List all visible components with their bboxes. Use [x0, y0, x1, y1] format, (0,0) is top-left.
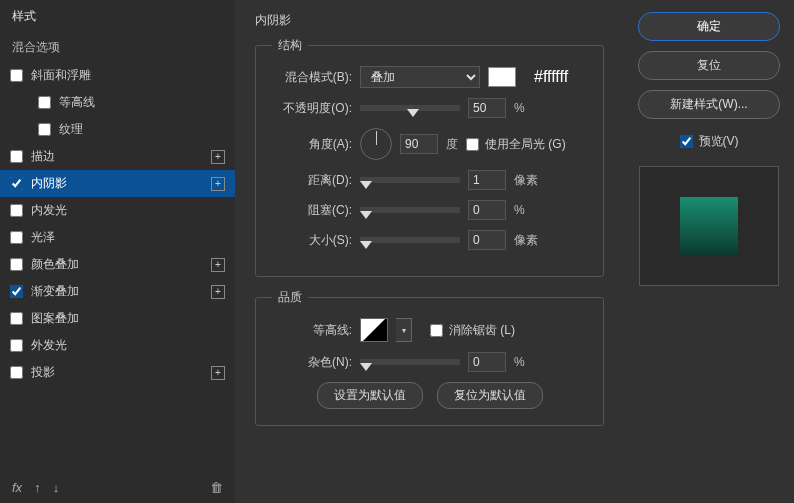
distance-label: 距离(D):	[272, 172, 352, 189]
plus-icon[interactable]: +	[211, 177, 225, 191]
angle-label: 角度(A):	[272, 136, 352, 153]
style-item-label: 内阴影	[31, 175, 211, 192]
size-input[interactable]	[468, 230, 506, 250]
global-light-checkbox[interactable]: 使用全局光 (G)	[466, 136, 566, 153]
distance-input[interactable]	[468, 170, 506, 190]
trash-icon[interactable]: 🗑	[210, 480, 223, 495]
choke-label: 阻塞(C):	[272, 202, 352, 219]
preview-swatch	[680, 197, 738, 255]
plus-icon[interactable]: +	[211, 150, 225, 164]
style-item-1[interactable]: 等高线	[0, 89, 235, 116]
content-panel: 内阴影 结构 混合模式(B): 叠加 #ffffff 不透明度(O): % 角度…	[235, 0, 624, 503]
choke-slider[interactable]	[360, 207, 460, 213]
style-checkbox[interactable]	[10, 258, 23, 271]
noise-input[interactable]	[468, 352, 506, 372]
size-slider[interactable]	[360, 237, 460, 243]
style-checkbox[interactable]	[10, 204, 23, 217]
preview-checkbox[interactable]: 预览(V)	[638, 133, 780, 150]
noise-slider[interactable]	[360, 359, 460, 365]
opacity-slider[interactable]	[360, 105, 460, 111]
size-unit: 像素	[514, 232, 538, 249]
color-hex-label: #ffffff	[534, 68, 568, 86]
angle-input[interactable]	[400, 134, 438, 154]
plus-icon[interactable]: +	[211, 366, 225, 380]
opacity-input[interactable]	[468, 98, 506, 118]
angle-dial[interactable]	[360, 128, 392, 160]
sidebar-subtitle[interactable]: 混合选项	[0, 33, 235, 62]
fx-icon[interactable]: fx	[12, 480, 22, 495]
noise-unit: %	[514, 355, 525, 369]
structure-legend: 结构	[272, 37, 308, 54]
structure-group: 结构 混合模式(B): 叠加 #ffffff 不透明度(O): % 角度(A):…	[255, 37, 604, 277]
style-item-7[interactable]: 颜色叠加+	[0, 251, 235, 278]
choke-input[interactable]	[468, 200, 506, 220]
choke-unit: %	[514, 203, 525, 217]
plus-icon[interactable]: +	[211, 285, 225, 299]
style-item-label: 图案叠加	[31, 310, 225, 327]
style-item-2[interactable]: 纹理	[0, 116, 235, 143]
antialias-label: 消除锯齿 (L)	[449, 322, 515, 339]
antialias-input[interactable]	[430, 324, 443, 337]
noise-label: 杂色(N):	[272, 354, 352, 371]
style-item-label: 渐变叠加	[31, 283, 211, 300]
style-item-label: 外发光	[31, 337, 225, 354]
quality-group: 品质 等高线: ▾ 消除锯齿 (L) 杂色(N): % 设置为默认值 复位为默认…	[255, 289, 604, 426]
preview-label: 预览(V)	[699, 133, 739, 150]
right-panel: 确定 复位 新建样式(W)... 预览(V)	[624, 0, 794, 503]
arrow-up-icon[interactable]: ↑	[34, 480, 41, 495]
style-checkbox[interactable]	[38, 96, 51, 109]
ok-button[interactable]: 确定	[638, 12, 780, 41]
preview-input[interactable]	[680, 135, 693, 148]
style-item-0[interactable]: 斜面和浮雕	[0, 62, 235, 89]
style-item-5[interactable]: 内发光	[0, 197, 235, 224]
style-item-11[interactable]: 投影+	[0, 359, 235, 386]
style-item-label: 斜面和浮雕	[31, 67, 225, 84]
style-item-6[interactable]: 光泽	[0, 224, 235, 251]
style-checkbox[interactable]	[10, 339, 23, 352]
contour-swatch[interactable]	[360, 318, 388, 342]
style-checkbox[interactable]	[10, 69, 23, 82]
reset-default-button[interactable]: 复位为默认值	[437, 382, 543, 409]
new-style-button[interactable]: 新建样式(W)...	[638, 90, 780, 119]
sidebar-footer: fx ↑ ↓ 🗑	[0, 472, 235, 503]
style-item-label: 等高线	[59, 94, 225, 111]
style-item-label: 纹理	[59, 121, 225, 138]
style-item-10[interactable]: 外发光	[0, 332, 235, 359]
size-label: 大小(S):	[272, 232, 352, 249]
opacity-label: 不透明度(O):	[272, 100, 352, 117]
style-item-label: 光泽	[31, 229, 225, 246]
style-checkbox[interactable]	[10, 285, 23, 298]
blend-mode-select[interactable]: 叠加	[360, 66, 480, 88]
styles-sidebar: 样式 混合选项 斜面和浮雕等高线纹理描边+内阴影+内发光光泽颜色叠加+渐变叠加+…	[0, 0, 235, 503]
style-checkbox[interactable]	[10, 150, 23, 163]
color-swatch[interactable]	[488, 67, 516, 87]
distance-slider[interactable]	[360, 177, 460, 183]
make-default-button[interactable]: 设置为默认值	[317, 382, 423, 409]
distance-unit: 像素	[514, 172, 538, 189]
plus-icon[interactable]: +	[211, 258, 225, 272]
contour-dropdown-icon[interactable]: ▾	[396, 318, 412, 342]
style-list: 斜面和浮雕等高线纹理描边+内阴影+内发光光泽颜色叠加+渐变叠加+图案叠加外发光投…	[0, 62, 235, 472]
opacity-unit: %	[514, 101, 525, 115]
style-checkbox[interactable]	[10, 177, 23, 190]
blend-mode-label: 混合模式(B):	[272, 69, 352, 86]
global-light-label: 使用全局光 (G)	[485, 136, 566, 153]
style-item-8[interactable]: 渐变叠加+	[0, 278, 235, 305]
style-item-9[interactable]: 图案叠加	[0, 305, 235, 332]
style-item-4[interactable]: 内阴影+	[0, 170, 235, 197]
style-item-label: 颜色叠加	[31, 256, 211, 273]
style-checkbox[interactable]	[10, 312, 23, 325]
panel-title: 内阴影	[255, 12, 604, 29]
cancel-button[interactable]: 复位	[638, 51, 780, 80]
global-light-input[interactable]	[466, 138, 479, 151]
style-checkbox[interactable]	[10, 366, 23, 379]
style-checkbox[interactable]	[10, 231, 23, 244]
arrow-down-icon[interactable]: ↓	[53, 480, 60, 495]
style-checkbox[interactable]	[38, 123, 51, 136]
style-item-label: 投影	[31, 364, 211, 381]
antialias-checkbox[interactable]: 消除锯齿 (L)	[430, 322, 515, 339]
style-item-3[interactable]: 描边+	[0, 143, 235, 170]
preview-box	[639, 166, 779, 286]
quality-legend: 品质	[272, 289, 308, 306]
contour-label: 等高线:	[272, 322, 352, 339]
